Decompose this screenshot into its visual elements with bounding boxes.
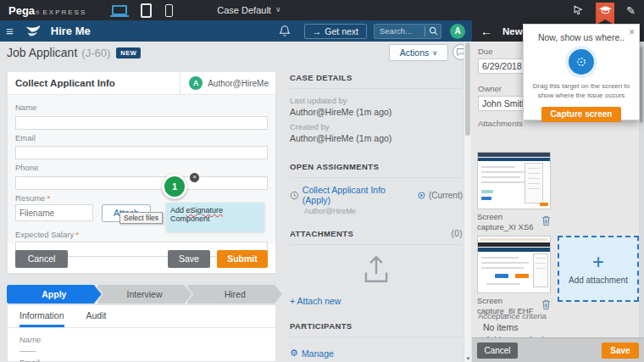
brand-trademark: ® [36,10,39,15]
add-attachment-label: Add attachment [569,276,628,285]
search-box [374,24,441,39]
save-button[interactable]: Save [168,250,210,268]
stage-interview[interactable]: Interview [96,285,192,304]
add-attachment-box[interactable]: + Add attachment [558,236,639,302]
app-bar: ≡ Hire Me → Get next A [0,20,472,42]
created-by-value: Author@HireMe (1m ago) [290,133,463,143]
assignee-name: Author@HireMe [208,79,269,88]
clock-icon [290,191,299,200]
capture-screen-button[interactable]: Capture screen [541,107,621,122]
pega-bird-icon [24,24,42,38]
annotation-marker-1[interactable]: 1 [162,174,187,199]
review-name-label: Name [19,335,264,344]
arrow-right-icon: → [313,26,322,36]
pointer-tool-icon[interactable] [572,4,584,16]
phone-icon[interactable] [165,4,173,17]
capture-1-name: Screen capture_XI XS6 [477,212,538,232]
trash-icon[interactable] [541,215,551,226]
stage-chevrons: Apply Interview Hired [7,285,276,304]
collect-applicant-info-card: Collect Applicant Info A Author@HireMe N… [7,71,276,273]
capture-screen-popup: × Now, show us where.. Drag this target … [523,24,640,120]
actions-button[interactable]: Actions ∨ [389,44,448,61]
manage-label: Manage [302,348,334,359]
email-field[interactable] [15,146,268,159]
required-asterisk: * [75,230,79,239]
scrollbar-thumb[interactable] [465,42,470,136]
required-asterisk: * [47,193,50,203]
hamburger-menu-icon[interactable]: ≡ [6,24,14,38]
laptop-icon[interactable] [112,5,127,15]
get-next-label: Get next [325,26,358,36]
assignment-badge-icon [418,192,425,199]
gear-icon: ⚙ [290,348,298,359]
search-icon[interactable] [429,26,438,36]
notifications-bell-icon[interactable] [279,25,291,37]
story-cancel-button[interactable]: Cancel [477,343,518,359]
name-field[interactable] [15,116,268,130]
user-avatar[interactable]: A [450,24,465,39]
tab-audit[interactable]: Audit [86,310,107,327]
brand-suffix: EXPRESS [43,8,87,16]
brand-name: Pega [8,4,35,17]
device-preview-switcher [112,3,173,18]
assignee-chip: A Author@HireMe [180,72,275,94]
target-crosshair-icon [575,55,588,69]
chevron-down-icon: ∨ [432,49,437,57]
phone-field[interactable] [15,176,268,190]
screen-capture-thumbnail-2[interactable] [477,236,551,293]
screen-capture-thumbnail-1[interactable] [477,152,551,209]
attachments-count: (0) [452,229,463,238]
attach-new-link[interactable]: + Attach new [290,296,341,306]
case-details-panel: CASE DETAILS Last updated by Author@Hire… [290,41,463,362]
acceptance-criteria-label: Acceptance criteria [478,311,547,320]
submit-button[interactable]: Submit [217,250,268,268]
scrollbar-thumb[interactable] [640,47,643,123]
cancel-button[interactable]: Cancel [15,250,68,268]
popup-instructions: Drag this target on the screen to show w… [524,82,639,101]
case-details-title: CASE DETAILS [290,73,463,82]
close-icon[interactable]: × [629,26,635,38]
marker-close-icon[interactable]: × [189,172,200,183]
email-label: Email [15,133,268,142]
select-files-tooltip: Select files [119,212,163,224]
details-scrollbar[interactable]: ▼ [464,41,471,362]
plus-icon: + [592,253,604,270]
stage-hired[interactable]: Hired [186,285,282,304]
story-footer: Cancel Save [472,337,644,362]
filename-field[interactable] [15,204,93,221]
case-default-selector[interactable]: Case Default ∨ [217,5,280,15]
case-id: (J-60) [81,47,110,59]
drag-target-handle[interactable] [569,49,594,75]
page-title: Job Applicant [7,46,77,59]
divider [425,26,425,36]
manage-participants-link[interactable]: ⚙ Manage [290,348,334,359]
upload-icon[interactable] [358,253,394,286]
case-selector-label: Case Default [217,5,271,15]
back-arrow-icon[interactable]: ← [480,25,492,38]
participants-title: PARTICIPANTS [290,321,463,331]
get-next-button[interactable]: → Get next [304,24,367,39]
review-email-label: Email [19,358,264,362]
graduation-cap-icon [599,6,612,15]
chevron-down-icon: ∨ [275,5,281,15]
stage-apply[interactable]: Apply [7,285,102,304]
assignment-link[interactable]: Collect Applicant Info (Apply) [303,185,414,205]
review-name-value: —— [19,346,264,355]
assignee-avatar: A [189,76,203,90]
last-updated-label: Last updated by [290,96,463,105]
last-updated-value: Author@HireMe (1m ago) [290,107,463,117]
trash-icon[interactable] [541,299,551,310]
tablet-icon[interactable] [141,3,152,18]
scroll-down-arrow-icon[interactable]: ▼ [464,356,472,361]
actions-label: Actions [400,47,429,58]
top-bar: Pega® EXPRESS Case Default ∨ ✎ [0,0,644,20]
pencil-icon[interactable]: ✎ [626,4,636,17]
tab-information[interactable]: Information [19,310,64,327]
card-header: Collect Applicant Info A Author@HireMe [8,72,275,95]
search-input[interactable] [380,26,421,36]
assignment-assignee: Author@HireMe [304,207,463,215]
tabs-panel: Information Audit Name —— Email [7,304,276,362]
name-label: Name [15,103,268,112]
card-title: Collect Applicant Info [15,78,115,88]
story-save-button[interactable]: Save [602,343,639,359]
